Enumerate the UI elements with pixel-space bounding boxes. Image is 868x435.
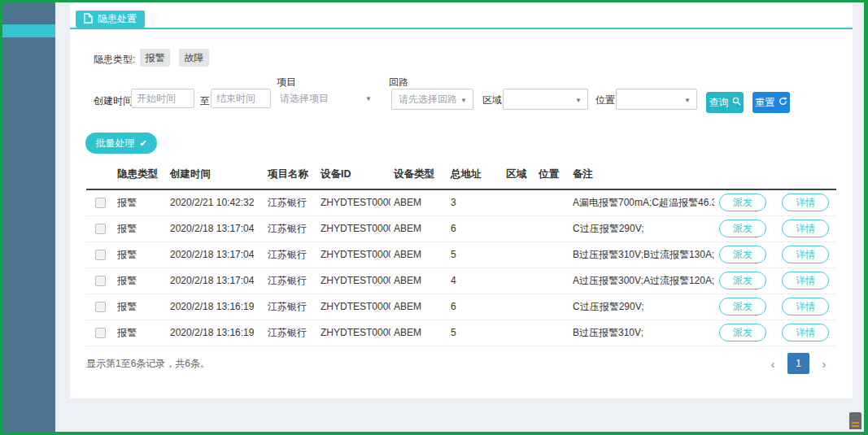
cell-address: 3: [447, 189, 503, 215]
batch-process-button[interactable]: 批量处理 ✔: [85, 133, 157, 154]
chevron-down-icon: ▼: [575, 97, 582, 104]
dispatch-button[interactable]: 派发: [719, 272, 766, 289]
table-row: 报警 2020/2/21 10:42:32 江苏银行 ZHYDTEST00000…: [86, 189, 836, 215]
prev-page-button[interactable]: ‹: [762, 353, 783, 374]
next-page-button[interactable]: ›: [813, 353, 835, 374]
position-select[interactable]: ▼: [616, 89, 697, 110]
cell-remark: C过压报警290V;: [569, 215, 714, 241]
cell-address: 6: [447, 294, 503, 320]
cell-device-id: ZHYDTEST000001: [317, 294, 390, 320]
cell-position: [535, 320, 569, 346]
content-card: 隐患处置 隐患类型: 报警 故障 创建时间 至 项目 请选择项目 ▼ 回路 请先…: [70, 2, 853, 398]
dispatch-button[interactable]: 派发: [719, 220, 766, 237]
detail-button[interactable]: 详情: [782, 194, 829, 211]
circuit-select-value: 请先选择回路: [399, 93, 457, 107]
cell-hazard-type: 报警: [114, 294, 167, 320]
cell-hazard-type: 报警: [114, 320, 167, 346]
cell-device-type: ABEM: [390, 215, 447, 241]
hazard-type-alarm-button[interactable]: 报警: [140, 49, 170, 67]
cell-project-name: 江苏银行: [264, 189, 317, 215]
checkbox-column-header: [86, 164, 114, 189]
row-checkbox[interactable]: [95, 224, 106, 234]
area-select[interactable]: ▼: [503, 89, 588, 110]
circuit-select[interactable]: 请先选择回路 ▼: [391, 89, 473, 110]
record-summary: 显示第1至6条记录，共6条。: [86, 357, 210, 371]
cell-device-id: ZHYDTEST000001: [317, 320, 390, 346]
cell-device-type: ABEM: [390, 268, 447, 294]
cell-create-time: 2020/2/18 13:17:04: [167, 268, 264, 294]
cell-address: 6: [447, 215, 503, 241]
cell-remark: B过压报警310V;B过流报警130A;: [569, 241, 714, 268]
start-time-input[interactable]: [131, 89, 194, 108]
header-hazard-type: 隐患类型: [114, 164, 167, 189]
header-position: 位置: [535, 164, 569, 189]
end-time-input[interactable]: [211, 89, 271, 108]
sidebar: [2, 2, 55, 432]
table-row: 报警 2020/2/18 13:17:04 江苏银行 ZHYDTEST00000…: [86, 268, 836, 294]
row-checkbox[interactable]: [95, 328, 106, 338]
reset-button[interactable]: 重置: [752, 92, 790, 113]
header-device-type: 设备类型: [390, 164, 447, 189]
header-address: 总地址: [447, 164, 503, 189]
table-row: 报警 2020/2/18 13:17:04 江苏银行 ZHYDTEST00000…: [86, 241, 836, 268]
cell-remark: C过压报警290V;: [569, 294, 714, 320]
cell-area: [503, 320, 535, 346]
query-button[interactable]: 查询: [706, 92, 744, 113]
header-divider: [70, 28, 853, 29]
hazard-table: 隐患类型 创建时间 项目名称 设备ID 设备类型 总地址 区域 位置 备注: [86, 164, 836, 346]
project-select-value: 请选择项目: [280, 92, 329, 106]
hazard-type-fault-button[interactable]: 故障: [179, 49, 209, 67]
cell-area: [503, 189, 535, 215]
cell-device-id: ZHYDTEST000001: [317, 215, 390, 241]
dispatch-button[interactable]: 派发: [719, 298, 766, 315]
cell-hazard-type: 报警: [114, 241, 167, 268]
scrollbar-corner-widget[interactable]: [849, 412, 861, 429]
cell-create-time: 2020/2/18 13:17:04: [167, 241, 264, 268]
row-checkbox[interactable]: [95, 276, 106, 286]
detail-button[interactable]: 详情: [782, 220, 829, 237]
cell-create-time: 2020/2/18 13:16:19: [167, 320, 264, 346]
circuit-label: 回路: [389, 76, 408, 89]
cell-project-name: 江苏银行: [264, 320, 317, 346]
cell-project-name: 江苏银行: [264, 215, 317, 241]
cell-position: [535, 241, 569, 268]
dispatch-button[interactable]: 派发: [719, 194, 766, 211]
detail-button[interactable]: 详情: [782, 298, 829, 315]
cell-area: [503, 241, 535, 268]
dispatch-button[interactable]: 派发: [719, 246, 766, 263]
current-page-button[interactable]: 1: [787, 353, 809, 374]
detail-button[interactable]: 详情: [782, 324, 829, 341]
header-remark: 备注: [569, 164, 714, 189]
cell-position: [535, 268, 569, 294]
table-row: 报警 2020/2/18 13:16:19 江苏银行 ZHYDTEST00000…: [86, 320, 836, 346]
cell-position: [535, 215, 569, 241]
position-label: 位置: [595, 94, 615, 107]
row-checkbox[interactable]: [95, 250, 106, 260]
dispatch-button[interactable]: 派发: [719, 324, 766, 341]
header-create-time: 创建时间: [167, 164, 264, 189]
detail-button[interactable]: 详情: [782, 272, 829, 289]
cell-area: [503, 215, 535, 241]
cell-position: [535, 294, 569, 320]
pagination: ‹ 1 ›: [762, 353, 835, 374]
time-to-label: 至: [200, 94, 210, 108]
document-icon: [84, 13, 93, 26]
cell-project-name: 江苏银行: [264, 241, 317, 268]
cell-device-id: ZHYDTEST000001: [317, 268, 390, 294]
chevron-down-icon: ▼: [460, 97, 467, 104]
check-icon: ✔: [139, 138, 146, 149]
cell-hazard-type: 报警: [114, 215, 167, 241]
row-checkbox[interactable]: [95, 198, 106, 208]
cell-project-name: 江苏银行: [264, 268, 317, 294]
project-select[interactable]: 请选择项目 ▼: [273, 88, 377, 109]
hazard-type-label: 隐患类型:: [94, 53, 135, 67]
cell-create-time: 2020/2/18 13:17:04: [167, 215, 264, 241]
sidebar-active-item[interactable]: [2, 24, 55, 37]
batch-process-label: 批量处理: [95, 137, 134, 150]
chevron-down-icon: ▼: [365, 95, 372, 102]
row-checkbox[interactable]: [95, 302, 106, 312]
cell-remark: A漏电报警700mA;C超温报警46.3℃;: [569, 189, 714, 215]
detail-button[interactable]: 详情: [782, 246, 829, 263]
create-time-label: 创建时间: [94, 94, 133, 108]
area-label: 区域: [482, 94, 502, 107]
